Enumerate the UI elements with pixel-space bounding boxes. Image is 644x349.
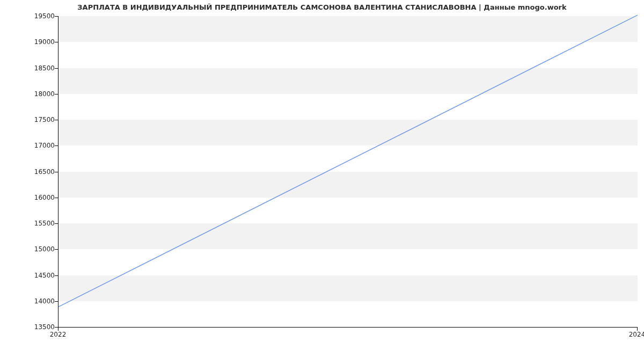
series-line: [58, 15, 638, 307]
y-tick-mark: [55, 42, 58, 42]
y-tick-label: 14000: [12, 297, 55, 305]
y-tick-mark: [55, 275, 58, 276]
y-tick-mark: [55, 172, 58, 172]
y-tick-label: 18500: [12, 64, 55, 72]
salary-line-chart: ЗАРПЛАТА В ИНДИВИДУАЛЬНЫЙ ПРЕДПРИНИМАТЕЛ…: [0, 0, 644, 349]
y-tick-label: 19500: [12, 12, 55, 20]
y-tick-mark: [55, 16, 58, 17]
y-tick-mark: [55, 68, 58, 69]
y-tick-mark: [55, 223, 58, 224]
y-tick-mark: [55, 146, 58, 146]
line-series: [58, 16, 638, 327]
y-tick-mark: [55, 120, 58, 120]
y-tick-mark: [55, 301, 58, 302]
y-tick-mark: [55, 198, 58, 198]
plot-area: [58, 16, 638, 328]
y-tick-label: 16500: [12, 168, 55, 176]
x-tick-mark: [637, 328, 638, 331]
x-tick-label: 2024: [629, 331, 644, 338]
y-tick-label: 14500: [12, 272, 55, 279]
x-tick-mark: [58, 328, 58, 331]
y-tick-label: 15000: [12, 245, 55, 253]
x-tick-label: 2022: [50, 331, 67, 338]
y-tick-label: 19000: [12, 38, 55, 46]
y-tick-label: 17500: [12, 116, 55, 123]
chart-title: ЗАРПЛАТА В ИНДИВИДУАЛЬНЫЙ ПРЕДПРИНИМАТЕЛ…: [0, 3, 644, 11]
y-tick-label: 15500: [12, 220, 55, 227]
y-tick-mark: [55, 94, 58, 94]
y-tick-label: 13500: [12, 323, 55, 331]
y-tick-label: 16000: [12, 194, 55, 201]
y-tick-label: 17000: [12, 142, 55, 149]
y-tick-label: 18000: [12, 90, 55, 98]
y-tick-mark: [55, 249, 58, 250]
